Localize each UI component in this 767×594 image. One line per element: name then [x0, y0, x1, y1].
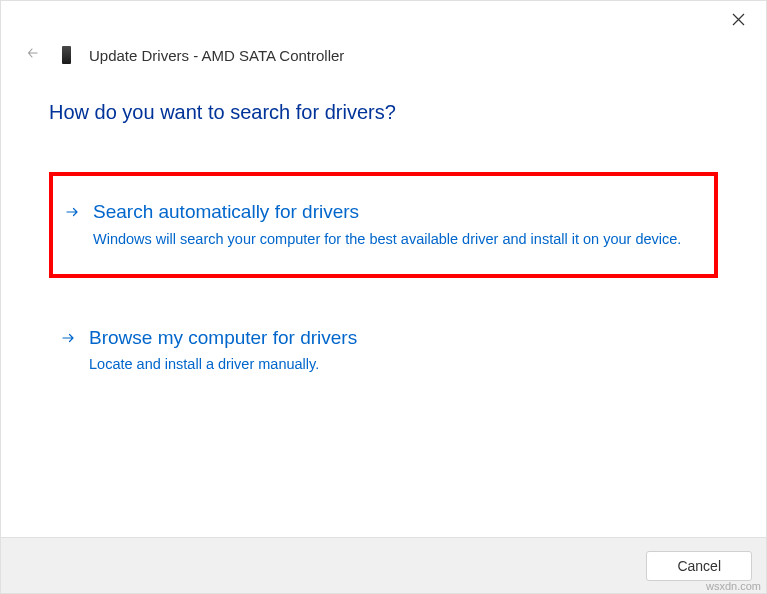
arrow-right-icon	[65, 205, 79, 223]
arrow-right-icon	[61, 331, 75, 349]
option-text: Search automatically for drivers Windows…	[93, 200, 681, 250]
watermark: wsxdn.com	[706, 580, 761, 592]
dialog-footer: Cancel	[1, 537, 766, 593]
arrow-left-icon	[26, 46, 40, 64]
dialog-header: Update Drivers - AMD SATA Controller	[1, 41, 766, 65]
option-search-automatically[interactable]: Search automatically for drivers Windows…	[49, 172, 718, 278]
option-description: Windows will search your computer for th…	[93, 229, 681, 250]
option-title: Browse my computer for drivers	[89, 326, 357, 351]
option-browse-computer[interactable]: Browse my computer for drivers Locate an…	[49, 302, 718, 400]
window-title: Update Drivers - AMD SATA Controller	[89, 47, 344, 64]
question-heading: How do you want to search for drivers?	[49, 101, 718, 124]
dialog-content: How do you want to search for drivers? S…	[1, 65, 766, 537]
titlebar	[1, 1, 766, 41]
cancel-button[interactable]: Cancel	[646, 551, 752, 581]
option-description: Locate and install a driver manually.	[89, 354, 357, 375]
device-icon	[59, 45, 73, 65]
close-icon	[732, 12, 745, 30]
option-text: Browse my computer for drivers Locate an…	[89, 326, 357, 376]
update-drivers-dialog: Update Drivers - AMD SATA Controller How…	[0, 0, 767, 594]
back-button[interactable]	[23, 45, 43, 65]
close-button[interactable]	[726, 9, 750, 33]
option-title: Search automatically for drivers	[93, 200, 681, 225]
